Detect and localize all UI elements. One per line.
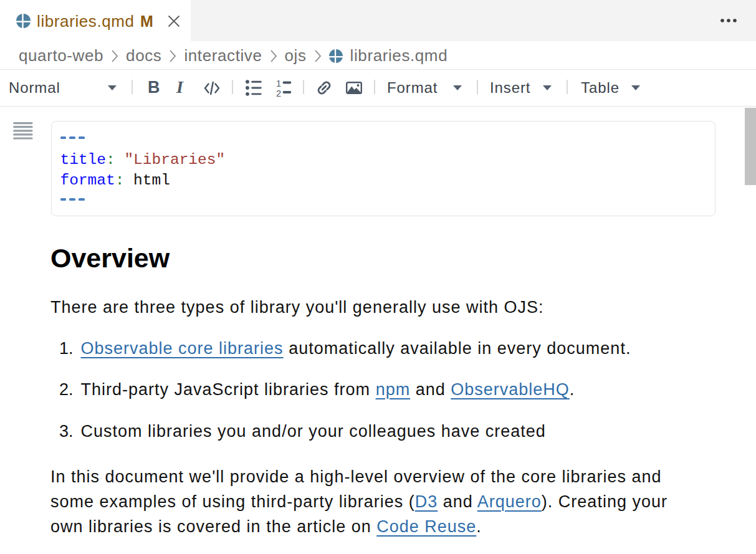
svg-text:2: 2 [276, 88, 281, 98]
svg-text:1: 1 [276, 79, 281, 88]
